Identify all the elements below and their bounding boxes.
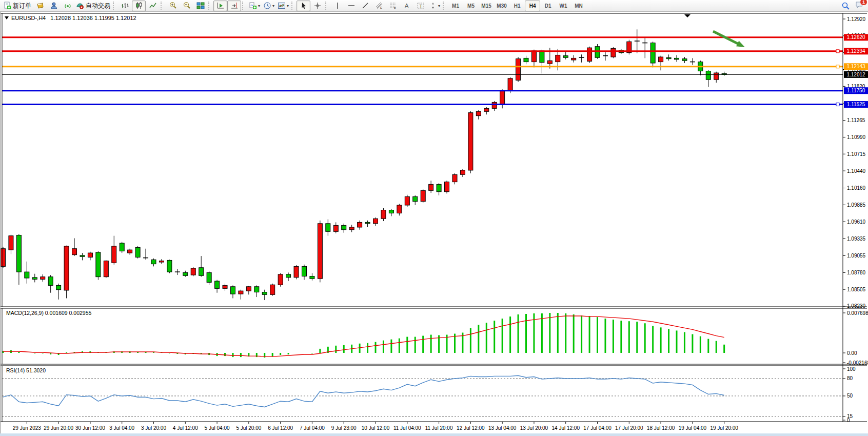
cursor-tool-button[interactable] bbox=[297, 1, 310, 11]
candle-body[interactable] bbox=[547, 61, 552, 64]
text-tool-button[interactable]: A bbox=[400, 1, 413, 11]
timeframe-m1-button[interactable]: M1 bbox=[448, 1, 463, 11]
crosshair-tool-button[interactable] bbox=[310, 1, 324, 11]
toolbar-grip[interactable] bbox=[443, 2, 446, 10]
candle-body[interactable] bbox=[88, 253, 92, 257]
autoscroll-button[interactable] bbox=[213, 1, 227, 11]
chart-shift-button[interactable] bbox=[227, 1, 241, 11]
candle-body[interactable] bbox=[159, 261, 164, 262]
timeframe-h1-button[interactable]: H1 bbox=[509, 1, 525, 11]
candle-body[interactable] bbox=[215, 281, 220, 288]
candle-body[interactable] bbox=[682, 59, 687, 61]
candle-body[interactable] bbox=[429, 184, 433, 190]
candle-body[interactable] bbox=[104, 261, 108, 277]
candle-body[interactable] bbox=[389, 210, 393, 213]
candle-body[interactable] bbox=[714, 73, 719, 80]
candle-body[interactable] bbox=[262, 292, 267, 295]
line-handle[interactable] bbox=[836, 103, 839, 106]
candle-body[interactable] bbox=[302, 266, 306, 276]
candle-body[interactable] bbox=[563, 56, 568, 58]
timeframe-w1-button[interactable]: W1 bbox=[556, 1, 571, 11]
arrows-tool-button[interactable]: ▾ bbox=[427, 1, 442, 11]
candle-body[interactable] bbox=[421, 190, 425, 201]
candle-body[interactable] bbox=[183, 272, 188, 275]
candle-body[interactable] bbox=[476, 111, 481, 115]
candle-body[interactable] bbox=[278, 274, 283, 285]
line-handle[interactable] bbox=[836, 65, 839, 68]
candle-body[interactable] bbox=[516, 59, 521, 81]
candle-body[interactable] bbox=[167, 260, 172, 272]
bar-chart-button[interactable] bbox=[118, 1, 132, 11]
candle-body[interactable] bbox=[666, 57, 671, 58]
candle-body[interactable] bbox=[120, 243, 124, 251]
candle-body[interactable] bbox=[80, 255, 85, 256]
candlestick-chart-button[interactable] bbox=[132, 1, 146, 11]
timeframe-h4-button[interactable]: H4 bbox=[525, 1, 540, 11]
candle-body[interactable] bbox=[270, 285, 275, 294]
candle-body[interactable] bbox=[64, 246, 69, 290]
candle-body[interactable] bbox=[365, 222, 370, 223]
candle-body[interactable] bbox=[254, 287, 259, 292]
timeframe-mn-button[interactable]: MN bbox=[571, 1, 586, 11]
horizontal-line-tool-button[interactable] bbox=[344, 1, 358, 11]
toolbar-grip[interactable] bbox=[161, 2, 164, 10]
autotrade-button[interactable]: 自动交易 bbox=[74, 1, 112, 11]
candle-body[interactable] bbox=[48, 277, 53, 286]
candle-body[interactable] bbox=[437, 184, 441, 191]
candle-body[interactable] bbox=[405, 196, 409, 205]
candle-body[interactable] bbox=[373, 219, 378, 224]
candle-body[interactable] bbox=[500, 91, 505, 104]
timeframe-m15-button[interactable]: M15 bbox=[479, 1, 494, 11]
line-chart-button[interactable] bbox=[146, 1, 160, 11]
toolbar-grip[interactable] bbox=[325, 2, 329, 10]
candle-body[interactable] bbox=[230, 287, 235, 294]
candle-body[interactable] bbox=[524, 58, 528, 62]
candle-body[interactable] bbox=[508, 78, 512, 91]
candle-body[interactable] bbox=[207, 272, 211, 282]
community-button[interactable] bbox=[47, 1, 61, 11]
candle-body[interactable] bbox=[492, 102, 497, 108]
vertical-line-tool-button[interactable] bbox=[330, 1, 344, 11]
candle-body[interactable] bbox=[9, 236, 13, 250]
candle-body[interactable] bbox=[358, 222, 362, 227]
candle-body[interactable] bbox=[468, 113, 473, 170]
timeframe-m5-button[interactable]: M5 bbox=[463, 1, 479, 11]
candle-body[interactable] bbox=[25, 272, 29, 278]
search-icon[interactable] bbox=[841, 2, 850, 10]
periods-button[interactable]: ▾ bbox=[262, 1, 276, 11]
toolbar-grip[interactable] bbox=[242, 2, 246, 10]
candle-body[interactable] bbox=[659, 57, 663, 62]
new-order-button[interactable]: 新订单 bbox=[2, 1, 33, 11]
channel-tool-button[interactable]: E bbox=[372, 1, 386, 11]
candle-body[interactable] bbox=[460, 170, 465, 174]
candle-body[interactable] bbox=[595, 47, 600, 57]
toolbar-grip[interactable] bbox=[291, 2, 295, 10]
candle-body[interactable] bbox=[246, 287, 251, 291]
candle-body[interactable] bbox=[381, 210, 386, 219]
candle-body[interactable] bbox=[112, 246, 116, 263]
candle-body[interactable] bbox=[318, 224, 322, 279]
candle-body[interactable] bbox=[56, 285, 61, 289]
candle-body[interactable] bbox=[294, 266, 299, 277]
candle-body[interactable] bbox=[32, 278, 37, 280]
price-chart[interactable]: 1.129201.126451.123701.120951.118201.115… bbox=[0, 0, 868, 436]
candle-body[interactable] bbox=[16, 235, 21, 272]
candle-body[interactable] bbox=[445, 182, 449, 192]
zoom-out-button[interactable] bbox=[180, 1, 193, 11]
candle-body[interactable] bbox=[135, 247, 140, 257]
candle-body[interactable] bbox=[326, 224, 330, 232]
candle-body[interactable] bbox=[571, 58, 576, 60]
tile-windows-button[interactable] bbox=[193, 1, 207, 11]
line-handle[interactable] bbox=[836, 50, 839, 53]
candle-body[interactable] bbox=[413, 196, 418, 202]
indicators-button[interactable]: ▾ bbox=[247, 1, 262, 11]
candle-body[interactable] bbox=[484, 108, 489, 111]
notifications-button[interactable]: 1 bbox=[855, 1, 864, 11]
trendline-tool-button[interactable] bbox=[358, 1, 372, 11]
candle-body[interactable] bbox=[333, 225, 338, 231]
candle-body[interactable] bbox=[452, 174, 457, 182]
candle-body[interactable] bbox=[286, 274, 291, 278]
candle-body[interactable] bbox=[41, 277, 45, 280]
candle-body[interactable] bbox=[128, 250, 132, 253]
candle-body[interactable] bbox=[540, 51, 544, 63]
